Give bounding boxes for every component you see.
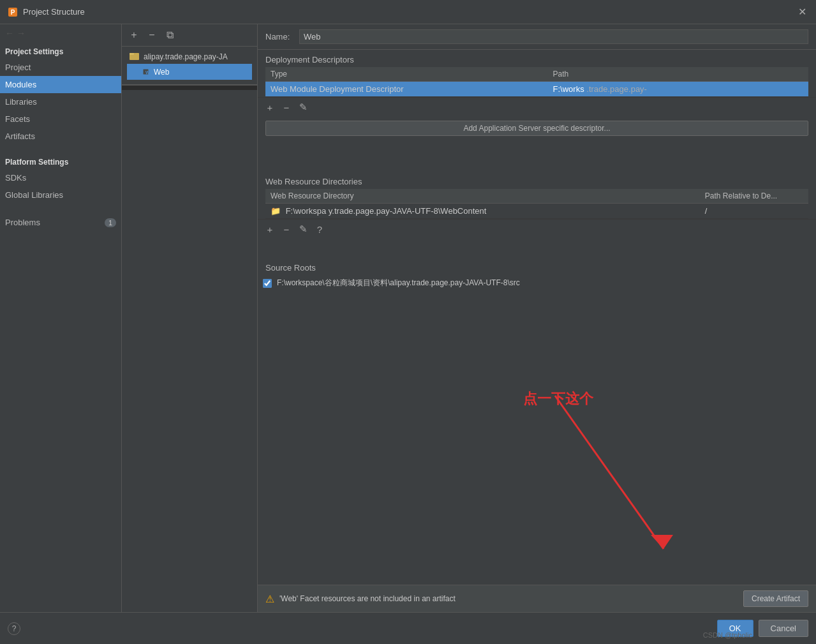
modules-tree: alipay.trade.page.pay-JA W Web <box>122 47 257 85</box>
back-arrow[interactable]: ← <box>5 28 14 38</box>
web-icon: W <box>140 66 150 78</box>
table-row[interactable]: Web Module Deployment Descriptor F:\work… <box>265 82 808 97</box>
forward-arrow[interactable]: → <box>17 28 26 38</box>
main-layout: ← → Project Settings Project Modules Lib… <box>0 24 816 612</box>
spacer2 <box>258 239 816 258</box>
remove-module-button[interactable]: − <box>145 28 159 42</box>
tree-item-web[interactable]: W Web <box>127 64 252 80</box>
warning-text: 'Web' Facet resources are not included i… <box>279 594 738 603</box>
spacer1 <box>258 140 816 172</box>
title-bar-left: P Project Structure <box>8 7 85 17</box>
svg-rect-3 <box>130 53 134 55</box>
nav-arrows: ← → <box>0 24 121 42</box>
folder-icon <box>130 51 140 62</box>
deployment-descriptors-title: Deployment Descriptors <box>258 50 816 67</box>
tree-item-module-label: alipay.trade.page.pay-JA <box>144 52 228 61</box>
copy-module-button[interactable]: ⧉ <box>163 28 177 42</box>
dd-add-btn[interactable]: + <box>263 100 277 114</box>
name-row: Name: <box>258 24 816 50</box>
left-tree: + − ⧉ alipay.trade.page.pay-JA <box>122 24 258 612</box>
deployment-descriptors-table: Type Path Web Module Deployment Descript… <box>265 67 808 97</box>
web-resource-dirs-table: Web Resource Directory Path Relative to … <box>265 189 808 219</box>
dd-remove-btn[interactable]: − <box>279 100 293 114</box>
sidebar-item-artifacts[interactable]: Artifacts <box>0 128 121 145</box>
sidebar: ← → Project Settings Project Modules Lib… <box>0 24 122 612</box>
watermark: CSDN @tpholic <box>703 631 752 639</box>
sidebar-item-facets[interactable]: Facets <box>0 110 121 128</box>
dd-type-cell: Web Module Deployment Descriptor <box>265 82 548 97</box>
wrd-help-btn[interactable]: ? <box>313 222 327 236</box>
wrd-toolbar: + − ✎ ? <box>258 219 816 239</box>
sidebar-item-problems[interactable]: Problems 1 <box>0 214 121 231</box>
col-wrd: Web Resource Directory <box>265 189 700 204</box>
title-bar: P Project Structure ✕ <box>0 0 816 24</box>
help-button[interactable]: ? <box>8 622 20 635</box>
table-row[interactable]: 📁 F:\workspa y.trade.page.pay-JAVA-UTF-8… <box>265 204 808 219</box>
add-server-descriptor-button[interactable]: Add Application Server specific descript… <box>265 121 808 136</box>
tree-scrollbar[interactable] <box>122 85 257 90</box>
sidebar-item-modules[interactable]: Modules <box>0 76 121 93</box>
dd-path-cell: F:\works .trade.page.pay- <box>548 82 808 97</box>
sidebar-item-libraries[interactable]: Libraries <box>0 93 121 110</box>
create-artifact-button[interactable]: Create Artifact <box>743 590 808 607</box>
source-root-item: F:\workspace\谷粒商城项目\资料\alipay.trade.page… <box>258 275 816 291</box>
project-settings-section: Project Settings <box>0 42 121 59</box>
warning-icon: ⚠ <box>265 593 274 605</box>
problems-badge: 1 <box>105 218 116 227</box>
tree-toolbar: + − ⧉ <box>122 24 257 47</box>
bottom-bar: OK Cancel <box>0 612 816 644</box>
warning-row: ⚠ 'Web' Facet resources are not included… <box>258 585 816 612</box>
name-field-label: Name: <box>265 32 294 41</box>
col-type: Type <box>265 67 548 82</box>
col-wrd-path: Path Relative to De... <box>700 189 808 204</box>
right-panel: Name: Deployment Descriptors Type Path <box>258 24 816 612</box>
platform-settings-section: Platform Settings <box>0 153 121 169</box>
wrd-path-cell: / <box>700 204 808 219</box>
sidebar-item-sdks[interactable]: SDKs <box>0 169 121 186</box>
content-area: + − ⧉ alipay.trade.page.pay-JA <box>122 24 816 612</box>
cancel-button[interactable]: Cancel <box>759 620 808 637</box>
deployment-toolbar: + − ✎ <box>258 97 816 117</box>
svg-text:W: W <box>145 70 150 75</box>
wrd-add-btn[interactable]: + <box>263 222 277 236</box>
tree-item-web-label: Web <box>154 68 169 77</box>
web-resource-dirs-title: Web Resource Directories <box>258 172 816 189</box>
sidebar-item-project[interactable]: Project <box>0 59 121 76</box>
wrd-remove-btn[interactable]: − <box>279 222 293 236</box>
tree-item-module[interactable]: alipay.trade.page.pay-JA <box>127 49 252 64</box>
app-icon: P <box>8 7 18 17</box>
dd-edit-btn[interactable]: ✎ <box>296 100 310 114</box>
source-roots-title: Source Roots <box>258 258 816 275</box>
folder-icon-small: 📁 <box>271 206 281 216</box>
wrd-dir-cell: 📁 F:\workspa y.trade.page.pay-JAVA-UTF-8… <box>265 204 700 219</box>
col-path: Path <box>548 67 808 82</box>
name-field-input[interactable] <box>299 29 808 44</box>
svg-text:P: P <box>11 9 15 16</box>
source-root-checkbox[interactable] <box>263 279 272 288</box>
close-button[interactable]: ✕ <box>796 6 808 19</box>
wrd-edit-btn[interactable]: ✎ <box>296 222 310 236</box>
source-root-label: F:\workspace\谷粒商城项目\资料\alipay.trade.page… <box>277 278 520 288</box>
window-title: Project Structure <box>23 7 85 17</box>
add-module-button[interactable]: + <box>127 28 141 42</box>
split-layout: + − ⧉ alipay.trade.page.pay-JA <box>122 24 816 612</box>
sidebar-item-global-libraries[interactable]: Global Libraries <box>0 186 121 204</box>
